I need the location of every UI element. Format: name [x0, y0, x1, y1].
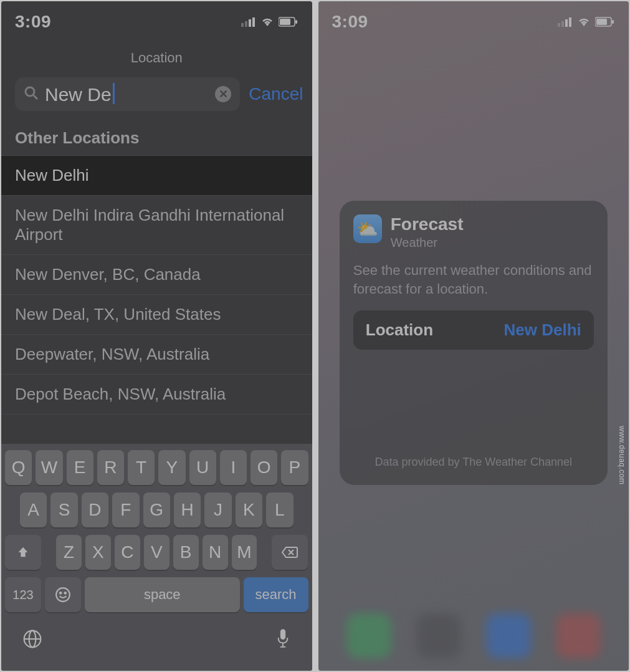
clear-search-button[interactable]: ✕: [215, 86, 231, 102]
key-l[interactable]: L: [266, 492, 293, 527]
key-u[interactable]: U: [189, 450, 216, 485]
key-y[interactable]: Y: [158, 450, 185, 485]
widget-area: ⛅ Forecast Weather See the current weath…: [318, 39, 629, 671]
result-item[interactable]: Depot Beach, NSW, Australia: [1, 375, 312, 415]
search-query: New De: [45, 83, 115, 105]
key-r[interactable]: R: [97, 450, 124, 485]
dock-blur: [318, 613, 629, 658]
wifi-icon: [576, 16, 591, 27]
card-title: Forecast: [391, 214, 464, 234]
key-w[interactable]: W: [36, 450, 62, 485]
key-p[interactable]: P: [281, 450, 308, 485]
key-z[interactable]: Z: [56, 535, 82, 570]
section-header-other-locations: Other Locations: [1, 120, 312, 156]
card-footer: Data provided by The Weather Channel: [353, 456, 594, 469]
svg-rect-2: [249, 19, 251, 27]
search-icon: [24, 85, 39, 103]
svg-rect-0: [241, 23, 244, 27]
forecast-widget-card: ⛅ Forecast Weather See the current weath…: [340, 201, 608, 485]
svg-rect-1: [245, 21, 247, 27]
screen-right: 3:09 ⛅ Forecast Weather See the current …: [318, 1, 629, 671]
signal-icon: [241, 17, 256, 27]
cancel-button[interactable]: Cancel: [249, 84, 303, 104]
key-i[interactable]: I: [220, 450, 247, 485]
key-v[interactable]: V: [144, 535, 169, 570]
location-label: Location: [366, 320, 433, 340]
location-row[interactable]: Location New Delhi: [353, 310, 594, 350]
search-row: New De ✕ Cancel: [1, 72, 312, 120]
result-item[interactable]: New Deal, TX, United States: [1, 295, 312, 335]
mic-icon[interactable]: [275, 628, 291, 652]
svg-rect-22: [565, 19, 568, 27]
key-m[interactable]: M: [232, 535, 257, 570]
svg-line-8: [34, 95, 37, 99]
result-item[interactable]: New Delhi Indira Gandhi International Ai…: [1, 196, 312, 255]
status-icons: [558, 16, 615, 27]
svg-rect-20: [558, 23, 560, 27]
search-input[interactable]: New De ✕: [15, 77, 240, 111]
keyboard: Q W E R T Y U I O P A S D F G H J K L: [1, 444, 312, 671]
key-emoji[interactable]: [45, 577, 81, 612]
svg-rect-23: [569, 17, 571, 27]
status-time: 3:09: [15, 12, 51, 32]
key-t[interactable]: T: [128, 450, 155, 485]
key-c[interactable]: C: [115, 535, 140, 570]
key-q[interactable]: Q: [5, 450, 32, 485]
card-subtitle: Weather: [391, 236, 464, 250]
text-cursor: [113, 83, 115, 104]
key-k[interactable]: K: [236, 492, 262, 527]
key-shift[interactable]: [5, 535, 41, 570]
result-item[interactable]: New Denver, BC, Canada: [1, 255, 312, 295]
status-time: 3:09: [332, 12, 368, 32]
wifi-icon: [260, 16, 275, 27]
page-title: Location: [1, 39, 312, 72]
status-icons: [241, 16, 298, 27]
keyboard-bottom: [5, 620, 308, 666]
svg-point-12: [60, 592, 62, 594]
svg-rect-17: [280, 630, 284, 639]
location-value: New Delhi: [504, 320, 581, 340]
key-g[interactable]: G: [143, 492, 170, 527]
battery-icon: [595, 17, 615, 27]
result-item[interactable]: Deepwater, NSW, Australia: [1, 335, 312, 375]
key-j[interactable]: J: [204, 492, 231, 527]
svg-rect-6: [295, 20, 297, 24]
key-search[interactable]: search: [244, 577, 308, 612]
card-description: See the current weather conditions and f…: [353, 261, 594, 298]
watermark: www.deuaq.com: [618, 426, 626, 485]
status-bar: 3:09: [318, 1, 629, 39]
key-a[interactable]: A: [20, 492, 47, 527]
svg-point-11: [56, 588, 70, 602]
svg-rect-3: [252, 17, 255, 27]
globe-icon[interactable]: [22, 629, 42, 651]
svg-rect-21: [561, 21, 564, 27]
key-h[interactable]: H: [174, 492, 201, 527]
key-s[interactable]: S: [50, 492, 77, 527]
svg-point-13: [64, 592, 66, 594]
key-backspace[interactable]: [272, 535, 308, 570]
weather-app-icon: ⛅: [353, 214, 382, 243]
key-n[interactable]: N: [203, 535, 228, 570]
results-list: New Delhi New Delhi Indira Gandhi Intern…: [1, 156, 312, 444]
result-item[interactable]: New Delhi: [1, 156, 312, 196]
key-o[interactable]: O: [251, 450, 277, 485]
key-space[interactable]: space: [85, 577, 240, 612]
key-123[interactable]: 123: [5, 577, 41, 612]
key-x[interactable]: X: [85, 535, 111, 570]
svg-rect-25: [596, 19, 607, 25]
svg-point-7: [26, 87, 34, 96]
signal-icon: [558, 17, 573, 27]
svg-rect-26: [612, 20, 614, 24]
screen-left: 3:09 Location New De ✕ Cancel Other Loca…: [1, 1, 312, 671]
key-e[interactable]: E: [67, 450, 93, 485]
key-f[interactable]: F: [112, 492, 139, 527]
svg-rect-5: [280, 19, 290, 25]
battery-icon: [279, 17, 298, 27]
key-b[interactable]: B: [173, 535, 199, 570]
status-bar: 3:09: [1, 1, 312, 39]
key-d[interactable]: D: [82, 492, 108, 527]
